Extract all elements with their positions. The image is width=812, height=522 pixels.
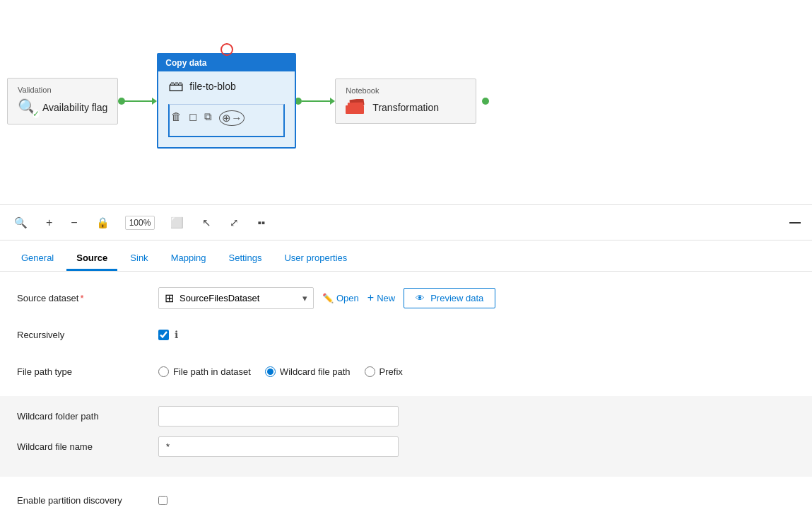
radio-wildcard[interactable]: Wildcard file path xyxy=(265,366,351,377)
arrow-3 xyxy=(476,98,489,105)
zoom-level[interactable]: 100% xyxy=(125,216,155,230)
tab-general[interactable]: General xyxy=(11,247,64,271)
select-cursor-icon[interactable]: ↖ xyxy=(199,214,214,232)
radio-wildcard-input[interactable] xyxy=(265,366,276,377)
file-path-type-row: File path type File path in dataset Wild… xyxy=(17,359,795,383)
copy-data-node[interactable]: Copy data 🗃 file-to-blob 🗑 ◻ ⧉ ⊕→ xyxy=(157,53,296,149)
partition-discovery-row: Enable partition discovery xyxy=(17,488,795,512)
source-dataset-controls: ⊞ SourceFilesDataset ▾ ✏️ Open + New 👁 P… xyxy=(158,287,795,309)
wildcard-file-row: Wildcard file name * xyxy=(17,436,795,467)
source-dataset-label: Source dataset* xyxy=(17,293,158,303)
fit-frame-icon[interactable]: ⬜ xyxy=(167,214,187,232)
copy-data-db-icon: 🗃 xyxy=(168,77,184,95)
pipeline-flow: Validation 🔍✓ Availability flag Copy dat… xyxy=(7,53,489,149)
wildcard-file-input[interactable]: * xyxy=(158,436,399,457)
arrow-2 xyxy=(296,98,335,105)
copy-data-title: Copy data xyxy=(158,54,295,71)
collapse-bar[interactable] xyxy=(789,222,801,224)
zoom-in-icon[interactable] xyxy=(43,214,55,232)
toolbar-right-area xyxy=(789,222,801,224)
preview-icon: 👁 xyxy=(416,293,425,303)
dataset-grid-icon: ⊞ xyxy=(165,291,174,305)
required-star: * xyxy=(80,293,83,303)
file-path-type-controls: File path in dataset Wildcard file path … xyxy=(158,366,795,377)
tab-mapping[interactable]: Mapping xyxy=(161,247,216,271)
duplicate-icon[interactable]: ⧉ xyxy=(204,110,212,126)
validation-icon: 🔍✓ xyxy=(18,98,37,117)
recursively-label: Recursively xyxy=(17,330,158,340)
wildcard-folder-input[interactable] xyxy=(158,406,399,427)
search-icon[interactable] xyxy=(11,214,30,232)
radio-dataset[interactable]: File path in dataset xyxy=(158,366,251,377)
wildcard-folder-row: Wildcard folder path xyxy=(17,406,795,436)
copy-data-actions: 🗑 ◻ ⧉ ⊕→ xyxy=(168,104,285,137)
notebook-node-label: Transformation xyxy=(372,102,439,113)
wildcard-file-label: Wildcard file name xyxy=(17,441,158,452)
dataset-value: SourceFilesDataset xyxy=(180,293,259,303)
wildcard-folder-controls xyxy=(158,406,795,427)
arrow-1 xyxy=(118,98,157,105)
notebook-node-title: Notebook xyxy=(346,86,466,95)
edit-icon[interactable]: ◻ xyxy=(189,110,197,126)
tab-source[interactable]: Source xyxy=(66,247,117,271)
pipeline-canvas: Validation 🔍✓ Availability flag Copy dat… xyxy=(0,0,812,205)
validation-node-body: 🔍✓ Availability flag xyxy=(18,98,107,117)
recursively-checkbox-row: ℹ xyxy=(158,329,178,340)
tab-settings[interactable]: Settings xyxy=(219,247,272,271)
arrow-line xyxy=(124,100,152,102)
tabs-bar: General Source Sink Mapping Settings Use… xyxy=(0,240,812,272)
plus-icon: + xyxy=(367,291,374,304)
wildcard-folder-label: Wildcard folder path xyxy=(17,411,158,422)
partition-discovery-label: Enable partition discovery xyxy=(17,495,158,506)
lock-icon[interactable]: 🔒 xyxy=(93,214,112,232)
preview-data-button[interactable]: 👁 Preview data xyxy=(404,288,495,308)
minimap-icon[interactable]: ▪▪ xyxy=(254,214,268,231)
notebook-node[interactable]: Notebook Transformation xyxy=(335,79,476,124)
notebook-node-body: Transformation xyxy=(346,99,466,116)
notebook-icon xyxy=(346,99,367,116)
recursively-row: Recursively ℹ xyxy=(17,323,795,347)
new-link[interactable]: + New xyxy=(367,291,395,304)
tab-sink[interactable]: Sink xyxy=(120,247,158,271)
delete-icon[interactable]: 🗑 xyxy=(171,110,182,126)
copy-data-body: 🗃 file-to-blob xyxy=(168,77,285,95)
canvas-toolbar: 🔒 100% ⬜ ↖ ⤢ ▪▪ xyxy=(0,205,812,240)
source-dataset-row: Source dataset* ⊞ SourceFilesDataset ▾ ✏… xyxy=(17,286,795,310)
pencil-icon: ✏️ xyxy=(322,293,334,303)
info-icon[interactable]: ℹ xyxy=(175,329,178,340)
file-path-type-label: File path type xyxy=(17,366,158,377)
file-path-radio-group: File path in dataset Wildcard file path … xyxy=(158,366,403,377)
validation-node[interactable]: Validation 🔍✓ Availability flag xyxy=(7,78,118,124)
radio-dataset-input[interactable] xyxy=(158,366,169,377)
red-circle-indicator xyxy=(220,43,233,56)
arrow-line-2 xyxy=(302,100,330,102)
radio-wildcard-label: Wildcard file path xyxy=(280,366,351,377)
svg-rect-2 xyxy=(346,105,364,114)
arrow-head xyxy=(152,98,157,105)
zoom-out-icon[interactable] xyxy=(68,214,80,232)
form-area: Source dataset* ⊞ SourceFilesDataset ▾ ✏… xyxy=(0,272,812,522)
radio-prefix-label: Prefix xyxy=(379,366,403,377)
partition-discovery-checkbox[interactable] xyxy=(158,496,167,505)
validation-node-label: Availability flag xyxy=(42,102,107,113)
validation-node-title: Validation xyxy=(18,86,107,94)
radio-prefix-input[interactable] xyxy=(365,366,375,377)
partition-discovery-controls xyxy=(158,496,795,505)
open-link[interactable]: ✏️ Open xyxy=(322,293,359,303)
arrow-head-2 xyxy=(330,98,335,105)
radio-prefix[interactable]: Prefix xyxy=(365,366,403,377)
copy-data-label: file-to-blob xyxy=(189,81,235,92)
recursively-controls: ℹ xyxy=(158,329,795,340)
source-dataset-select[interactable]: ⊞ SourceFilesDataset ▾ xyxy=(158,287,314,309)
wildcard-section: Wildcard folder path Wildcard file name … xyxy=(0,396,812,477)
wildcard-file-controls: * xyxy=(158,436,795,457)
tab-user-properties[interactable]: User properties xyxy=(274,247,357,271)
radio-dataset-label: File path in dataset xyxy=(173,366,251,377)
resize-icon[interactable]: ⤢ xyxy=(227,214,242,232)
dropdown-arrow-icon: ▾ xyxy=(302,293,307,303)
recursively-checkbox[interactable] xyxy=(158,330,169,340)
add-next-icon[interactable]: ⊕→ xyxy=(219,110,245,126)
arrow-right-dot-3 xyxy=(482,98,489,105)
